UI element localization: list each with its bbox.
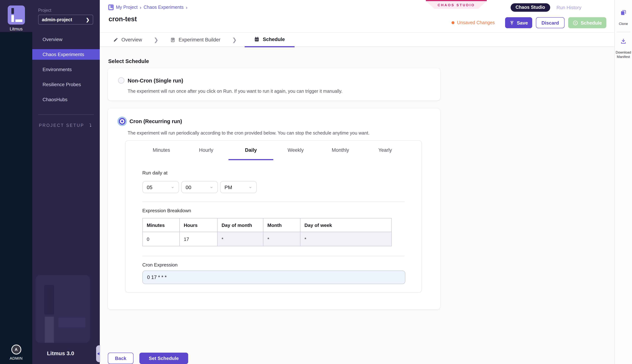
- chevron-down-icon: ⌄: [248, 184, 252, 189]
- col-day-of-week: Day of week: [300, 218, 392, 232]
- table-header-row: Minutes Hours Day of month Month Day of …: [143, 218, 392, 232]
- chevron-down-icon: ⌄: [209, 184, 214, 189]
- download-manifest-label: Download Manifest: [615, 50, 632, 59]
- save-label: Save: [517, 20, 528, 26]
- tab-minutes[interactable]: Minutes: [139, 141, 184, 160]
- cron-frequency-tabs: Minutes Hourly Daily Weekly Monthly Year…: [132, 141, 415, 160]
- set-schedule-button[interactable]: Set Schedule: [139, 353, 188, 364]
- sidebar-item-environments[interactable]: Environments: [32, 64, 100, 75]
- push-save-icon: [509, 20, 514, 25]
- tab-overview[interactable]: Overview: [110, 32, 146, 47]
- collapse-arrow-icon: [97, 352, 99, 355]
- panel-divider: [142, 256, 405, 256]
- tab-monthly[interactable]: Monthly: [318, 141, 363, 160]
- minute-select[interactable]: 00 ⌄: [181, 181, 218, 193]
- schedule-button-disabled[interactable]: Schedule: [568, 17, 606, 28]
- non-cron-card: Non-Cron (Single run) The experiment wil…: [108, 68, 440, 100]
- sidebar-item-resilience-probes[interactable]: Resilience Probes: [32, 79, 100, 90]
- panel-divider: [142, 202, 405, 202]
- sidebar-item-overview[interactable]: Overview: [32, 34, 100, 45]
- run-daily-at-label: Run daily at: [142, 170, 405, 176]
- user-block: A ADMIN: [0, 344, 32, 360]
- chevron-right-icon: ❯: [232, 36, 237, 43]
- meridiem-select[interactable]: PM ⌄: [220, 181, 257, 193]
- clone-action[interactable]: Clone: [615, 10, 632, 26]
- table-row: 0 17 * * *: [143, 232, 392, 246]
- avatar[interactable]: A: [11, 344, 21, 354]
- col-month: Month: [263, 218, 300, 232]
- hour-value: 05: [147, 184, 152, 190]
- studio-tabstrip: Overview ❯ Experiment Builder ❯ Schedule: [100, 32, 614, 47]
- sidebar-item-chaoshubs[interactable]: ChaosHubs: [32, 94, 100, 105]
- col-hours: Hours: [180, 218, 217, 232]
- schedule-page: Select Schedule Non-Cron (Single run) Th…: [100, 47, 614, 364]
- project-label: Project: [38, 8, 100, 12]
- cell-minutes: 0: [143, 232, 180, 246]
- view-toggle: Chaos Studio Run History: [510, 3, 581, 12]
- cell-hours: 17: [180, 232, 217, 246]
- status-dot-icon: [451, 21, 454, 24]
- discard-button[interactable]: Discard: [536, 17, 564, 28]
- project-selector[interactable]: admin-project ❯: [38, 15, 93, 24]
- sidebar: Project admin-project ❯ Overview Chaos E…: [32, 0, 100, 364]
- ribbon-label: CHAOS STUDIO: [438, 3, 475, 7]
- breadcrumb-my-project[interactable]: My Project: [116, 5, 138, 10]
- topbar: My Project › Chaos Experiments › cron-te…: [100, 0, 614, 47]
- tab-yearly[interactable]: Yearly: [363, 141, 407, 160]
- sidebar-divider: [38, 114, 94, 115]
- cron-description: The experiment will run periodically acc…: [128, 130, 430, 136]
- cron-expression-label: Cron Expression: [142, 262, 405, 268]
- page-title: cron-test: [109, 16, 137, 23]
- project-setup-toggle[interactable]: PROJECT SETUP ⤵: [39, 123, 100, 128]
- sidebar-collapse-handle[interactable]: [96, 345, 100, 362]
- save-button[interactable]: Save: [505, 17, 532, 28]
- logo-block: Litmus: [0, 0, 32, 32]
- non-cron-option[interactable]: Non-Cron (Single run): [118, 77, 430, 84]
- unsaved-changes-status: Unsaved Changes: [451, 20, 495, 25]
- expression-breakdown-table: Minutes Hours Day of month Month Day of …: [142, 218, 392, 246]
- download-manifest-action[interactable]: Download Manifest: [615, 38, 632, 59]
- left-rail: Litmus A ADMIN: [0, 0, 32, 364]
- project-name: admin-project: [42, 17, 72, 22]
- radio-selected-icon[interactable]: [119, 118, 126, 125]
- chevron-right-icon: ❯: [154, 36, 159, 43]
- sidebar-item-chaos-experiments[interactable]: Chaos Experiments: [32, 49, 100, 60]
- select-schedule-heading: Select Schedule: [108, 58, 614, 64]
- hour-select[interactable]: 05 ⌄: [142, 181, 179, 193]
- breadcrumb-chaos-experiments[interactable]: Chaos Experiments: [144, 5, 184, 10]
- col-day-of-month: Day of month: [217, 218, 263, 232]
- clone-icon: [620, 10, 626, 16]
- cron-card: Cron (Recurring run) The experiment will…: [108, 108, 440, 310]
- minute-value: 00: [186, 184, 191, 190]
- discard-label: Discard: [541, 20, 559, 26]
- tab-experiment-builder[interactable]: Experiment Builder: [167, 32, 224, 47]
- chaos-studio-toggle[interactable]: Chaos Studio: [510, 3, 550, 12]
- chevron-right-icon: ›: [186, 4, 187, 10]
- tab-daily[interactable]: Daily: [229, 141, 273, 160]
- meridiem-value: PM: [225, 184, 232, 190]
- project-setup-label: PROJECT SETUP: [39, 123, 84, 128]
- litmus-logo-icon[interactable]: [8, 6, 25, 24]
- cron-title: Cron (Recurring run): [130, 118, 182, 124]
- litmus-mini-logo-icon: [108, 4, 114, 10]
- tab-experiment-builder-label: Experiment Builder: [179, 37, 220, 42]
- back-button[interactable]: Back: [108, 353, 134, 364]
- main-content: My Project › Chaos Experiments › cron-te…: [100, 0, 614, 364]
- radio-unselected-icon[interactable]: [118, 77, 124, 84]
- cron-expression-input[interactable]: 0 17 * * *: [142, 270, 405, 284]
- tab-schedule[interactable]: Schedule: [245, 32, 294, 47]
- cron-option[interactable]: Cron (Recurring run): [118, 117, 430, 125]
- litmus-watermark: [36, 275, 90, 343]
- col-minutes: Minutes: [143, 218, 180, 232]
- schedule-label: Schedule: [581, 20, 602, 26]
- right-rail: Clone Download Manifest: [614, 0, 632, 364]
- calendar-icon: [254, 37, 260, 42]
- cell-month: *: [263, 232, 300, 246]
- tab-weekly[interactable]: Weekly: [273, 141, 318, 160]
- tab-hourly[interactable]: Hourly: [184, 141, 229, 160]
- play-circle-icon: [572, 20, 578, 26]
- sidebar-menu: Overview Chaos Experiments Environments …: [32, 34, 100, 105]
- run-history-toggle[interactable]: Run History: [556, 5, 581, 10]
- non-cron-description: The experiment will run once after you c…: [128, 89, 430, 94]
- pencil-icon: [113, 38, 118, 42]
